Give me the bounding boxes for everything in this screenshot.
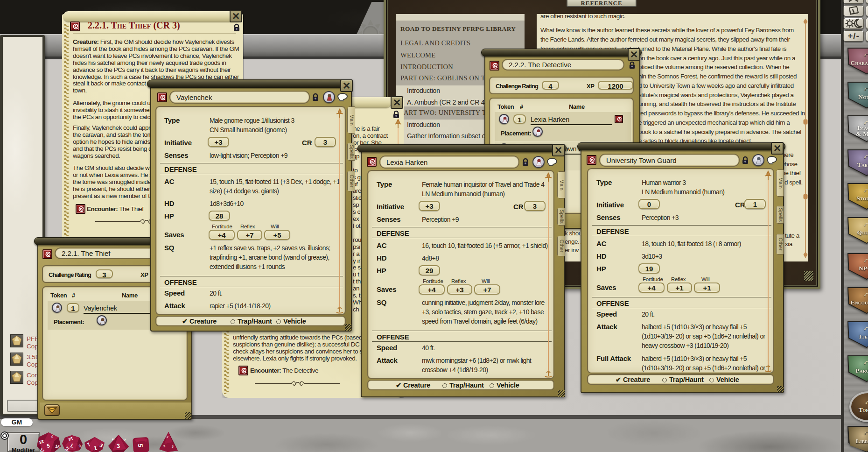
svg-text:5: 5	[137, 444, 145, 448]
svg-text:18: 18	[39, 439, 44, 445]
